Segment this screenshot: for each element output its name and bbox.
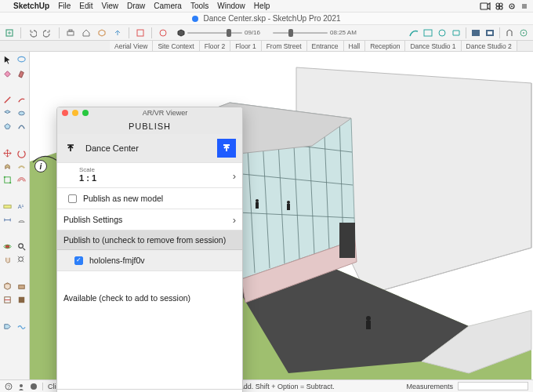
component-share-button[interactable] xyxy=(503,27,516,39)
svg-rect-24 xyxy=(4,205,11,209)
backedges-button[interactable] xyxy=(484,27,496,39)
person-icon[interactable] xyxy=(17,383,25,390)
svg-rect-0 xyxy=(480,3,488,9)
line-tool[interactable] xyxy=(0,93,15,107)
select-tool[interactable] xyxy=(0,53,15,67)
paint-tool[interactable] xyxy=(15,67,30,80)
menu-file[interactable]: File xyxy=(58,2,71,10)
ext-button[interactable] xyxy=(134,27,147,39)
rectangle-tool[interactable] xyxy=(0,107,15,120)
zoom-icon[interactable] xyxy=(82,110,89,116)
scene-tab[interactable]: Dance Studio 2 xyxy=(462,41,517,51)
menu-tools[interactable]: Tools xyxy=(190,2,208,10)
scale-tool[interactable] xyxy=(0,173,15,187)
xray-button[interactable] xyxy=(470,27,482,39)
polygon-tool[interactable] xyxy=(0,120,15,133)
svg-point-18 xyxy=(523,32,524,34)
camera-icon[interactable] xyxy=(480,2,491,10)
extmgr-button[interactable] xyxy=(157,27,169,39)
add-location-button[interactable] xyxy=(517,27,530,39)
device-checkbox[interactable] xyxy=(74,256,83,265)
new-model-button[interactable] xyxy=(3,27,16,39)
menu-draw[interactable]: Draw xyxy=(127,2,145,10)
3dwh-button[interactable] xyxy=(96,27,108,39)
rotate-tool[interactable] xyxy=(15,147,30,160)
orbit-tool[interactable] xyxy=(0,240,15,253)
text-tool[interactable]: A¹ xyxy=(15,200,30,213)
svg-point-28 xyxy=(19,244,24,249)
redo-button[interactable] xyxy=(42,27,54,39)
menu-camera[interactable]: Camera xyxy=(154,2,182,10)
close-icon[interactable] xyxy=(62,110,68,116)
tag-tool[interactable] xyxy=(0,320,15,333)
pushpull-tool[interactable] xyxy=(0,160,15,173)
upload-button[interactable] xyxy=(111,27,124,39)
scene-tab[interactable]: Dance Studio 1 xyxy=(405,41,461,51)
followme-tool[interactable] xyxy=(15,160,30,173)
eraser-tool[interactable] xyxy=(0,67,15,80)
style-c-button[interactable] xyxy=(436,27,448,39)
panel-titlebar[interactable]: AR/VR Viewer xyxy=(57,107,242,118)
cube-icon xyxy=(177,29,185,37)
style-a-button[interactable] xyxy=(408,27,420,39)
scene-tab[interactable]: Aerial View xyxy=(110,41,153,51)
scene-tab[interactable]: Reception xyxy=(365,41,405,51)
dimension-tool[interactable] xyxy=(0,213,15,227)
circle-tool[interactable] xyxy=(15,107,30,120)
arc-tool[interactable] xyxy=(15,120,30,133)
menu-edit[interactable]: Edit xyxy=(79,2,92,10)
sectionfill-tool[interactable] xyxy=(15,293,30,307)
scene-tab[interactable]: Site Context xyxy=(153,41,199,51)
menu-sketchup[interactable]: SketchUp xyxy=(13,2,49,10)
publish-new-checkbox[interactable] xyxy=(68,194,77,203)
measurements-input[interactable] xyxy=(458,382,528,390)
protractor-tool[interactable] xyxy=(15,213,30,227)
print-button[interactable] xyxy=(64,27,77,39)
sectiondisplay-tool[interactable] xyxy=(15,280,30,293)
section-tool[interactable] xyxy=(0,280,15,293)
move-tool[interactable] xyxy=(0,147,15,160)
undo-button[interactable] xyxy=(26,27,38,39)
scene-tab[interactable]: Floor 1 xyxy=(230,41,261,51)
freehand-tool[interactable] xyxy=(15,93,30,107)
home-button[interactable] xyxy=(80,27,92,39)
menu-extra-icon[interactable] xyxy=(520,2,528,10)
publish-new-row[interactable]: Publish as new model xyxy=(57,188,242,209)
window-title-bar: Dance Center.skp - SketchUp Pro 2021 xyxy=(0,13,533,25)
offset-tool[interactable] xyxy=(15,173,30,187)
svg-rect-12 xyxy=(424,30,432,36)
shadow-date-slider[interactable]: 09/16 xyxy=(177,29,260,37)
geo-icon[interactable] xyxy=(30,383,38,390)
settings-icon[interactable] xyxy=(508,2,516,10)
svg-rect-30 xyxy=(19,285,24,289)
sandbox-tool[interactable] xyxy=(15,320,30,333)
scale-row[interactable]: Scale 1 : 1 › xyxy=(57,163,242,188)
menu-window[interactable]: Window xyxy=(217,2,245,10)
scene-tab[interactable]: From Street xyxy=(262,41,307,51)
minimize-icon[interactable] xyxy=(72,110,78,116)
scene-tab[interactable]: Entrance xyxy=(307,41,344,51)
zoom-tool[interactable] xyxy=(15,240,30,253)
scene-tab[interactable]: Floor 2 xyxy=(200,41,230,51)
enter-ip-button[interactable]: Enter IP Address xyxy=(57,389,242,392)
zoomextents-tool[interactable] xyxy=(15,253,30,267)
pan-tool[interactable] xyxy=(0,253,15,267)
publish-button[interactable] xyxy=(217,139,236,158)
shadow-time-slider[interactable]: 08:25 AM xyxy=(273,29,357,36)
scene-tab[interactable]: Hall xyxy=(344,41,366,51)
lasso-tool[interactable] xyxy=(15,53,30,67)
info-icon: i xyxy=(34,160,47,172)
svg-rect-21 xyxy=(5,177,10,183)
clover-icon[interactable] xyxy=(495,2,503,10)
style-d-button[interactable] xyxy=(450,27,462,39)
style-b-button[interactable] xyxy=(422,27,434,39)
menu-view[interactable]: View xyxy=(101,2,118,10)
publish-settings-row[interactable]: Publish Settings › xyxy=(57,209,242,230)
device-row[interactable]: hololens-fmjf0v xyxy=(57,250,242,271)
svg-point-48 xyxy=(366,316,371,321)
sectioncut-tool[interactable] xyxy=(0,293,15,307)
tape-tool[interactable] xyxy=(0,200,15,213)
help-icon[interactable]: ? xyxy=(5,383,13,390)
svg-rect-22 xyxy=(4,176,5,178)
menu-help[interactable]: Help xyxy=(254,2,270,10)
